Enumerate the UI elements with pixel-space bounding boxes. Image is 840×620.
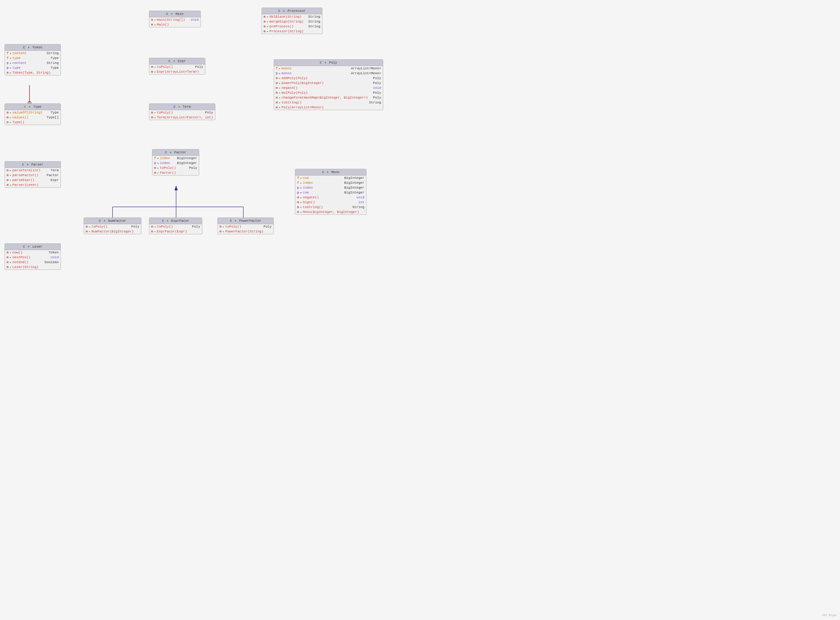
method-row: m ● main(String[]) void <box>149 17 200 22</box>
class-exprfacor: C ● ExprFacor m ● toPoly() Poly m ● Expr… <box>149 218 202 234</box>
class-term: C ● Term m ● toPoly() Poly m ● Term(Arra… <box>149 104 215 120</box>
method-row: m ● Main() <box>149 22 200 27</box>
class-factor: C ● Factor f ● index BigInteger p ● inde… <box>152 149 199 176</box>
class-expr: C ● Expr m ● toPoly() Poly m ● Expr(Arra… <box>149 58 205 75</box>
class-icon: C <box>166 12 168 16</box>
class-mono: C ● Mono f ● coe BigInteger f ● index Bi… <box>295 169 367 215</box>
class-processor: C ● Processor m ● delBlank(String) Strin… <box>261 8 322 34</box>
watermark: ©2h Bigas <box>822 614 837 617</box>
class-processor-header: C ● Processor <box>262 8 322 14</box>
class-type: E ● Type m ● valueOf(String) Type m ● va… <box>5 104 61 125</box>
class-lexer: C ● Lexer m ● now() Token m ● nextPos() … <box>5 243 61 270</box>
class-token: C ● Token f ● content String f ● type Ty… <box>5 44 61 75</box>
class-poly: C ● Poly f ● monos ArrayList<Mono> p ● m… <box>274 59 383 110</box>
class-main: C ● Main m ● main(String[]) void m ● Mai… <box>149 11 201 27</box>
class-main-header: C ● Main <box>149 11 200 17</box>
class-numfactor: C ● NumFactor m ● toPoly() Poly m ● NumF… <box>84 218 141 234</box>
class-parser: C ● Parser m ● parseTerm(int) Term m ● p… <box>5 161 61 188</box>
class-powerfactor: C ● PowerFactor m ● toPoly() Poly m ● Po… <box>218 218 274 234</box>
svg-marker-7 <box>174 186 177 190</box>
